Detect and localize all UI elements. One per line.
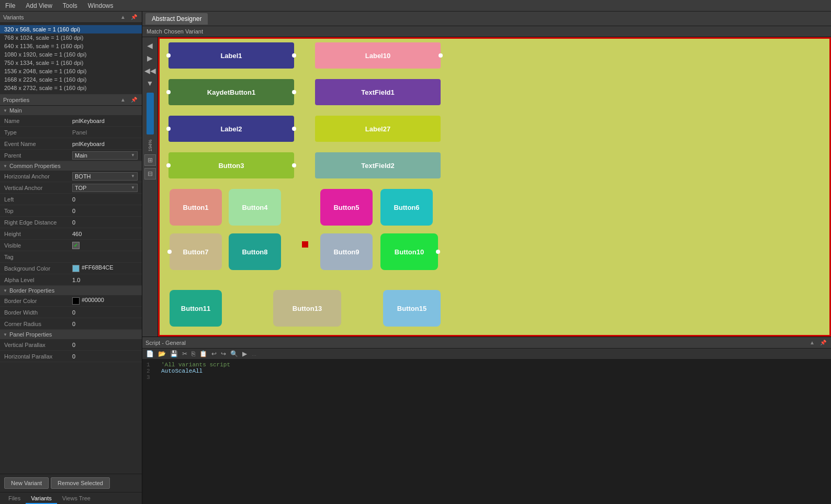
- canvas-element-textfield1[interactable]: TextField1: [315, 79, 441, 105]
- variant-item-4[interactable]: 750 x 1334, scale = 1 (160 dpi): [0, 59, 142, 67]
- prop-value[interactable]: ✓: [72, 242, 138, 249]
- abstract-designer-tab[interactable]: Abstract Designer: [145, 13, 208, 25]
- canvas-element-label10[interactable]: Label10: [315, 42, 441, 69]
- script-undo-btn[interactable]: ↩: [210, 350, 218, 358]
- prop-value[interactable]: #000000: [72, 297, 138, 304]
- script-copy-btn[interactable]: ⎘: [190, 350, 197, 358]
- variants-collapse-btn[interactable]: ▲: [119, 14, 127, 20]
- properties-pin-btn[interactable]: 📌: [129, 96, 139, 103]
- tab-views-tree[interactable]: Views Tree: [57, 494, 96, 504]
- canvas-element-button5[interactable]: Button5: [320, 189, 373, 226]
- prop-label: Event Name: [4, 141, 72, 147]
- variant-item-6[interactable]: 1668 x 2224, scale = 1 (160 dpi): [0, 75, 142, 84]
- script-run-btn[interactable]: ▶: [241, 350, 249, 358]
- canvas-element-button6[interactable]: Button6: [380, 189, 433, 226]
- prop-section-panel-properties[interactable]: ▼ Panel Properties: [0, 330, 142, 339]
- match-variant-label: Match Chosen Variant: [147, 28, 203, 35]
- prop-value[interactable]: TOP▼: [72, 184, 138, 192]
- variant-item-1[interactable]: 768 x 1024, scale = 1 (160 dpi): [0, 33, 142, 42]
- prop-section-main[interactable]: ▼ Main: [0, 106, 142, 115]
- canvas-element-button1[interactable]: Button1: [170, 189, 222, 226]
- canvas-element-textfield2[interactable]: TextField2: [315, 152, 441, 178]
- canvas-element-button4[interactable]: Button4: [229, 189, 281, 226]
- script-line: 1'All variants script: [147, 362, 827, 368]
- variants-header-controls: ▲ 📌: [119, 14, 139, 20]
- zoom-percent-label: 194%: [148, 138, 153, 153]
- variant-item-7[interactable]: 2048 x 2732, scale = 1 (160 dpi): [0, 84, 142, 92]
- zoom-slider[interactable]: [147, 93, 154, 135]
- canvas-element-label27[interactable]: Label27: [315, 116, 441, 142]
- tab-files[interactable]: Files: [3, 494, 26, 504]
- prop-value[interactable]: #FF68B4CE: [72, 264, 138, 272]
- canvas-element-button11[interactable]: Button11: [170, 290, 222, 327]
- prop-row-background-color: Background Color#FF68B4CE: [0, 263, 142, 274]
- zoom-download-btn[interactable]: ⊟: [144, 168, 156, 180]
- canvas-element-button7[interactable]: Button7: [170, 233, 222, 270]
- script-redo-btn[interactable]: ↪: [219, 350, 228, 358]
- zoom-nav-double-left[interactable]: ◀◀: [143, 65, 157, 76]
- prop-value: 460: [72, 231, 138, 237]
- canvas-element-label1[interactable]: Label1: [169, 42, 294, 69]
- script-pin-btn[interactable]: 📌: [818, 339, 828, 346]
- menu-add-view[interactable]: Add View: [24, 2, 54, 9]
- canvas-element-label: Button10: [395, 248, 424, 256]
- canvas-element-button3[interactable]: Button3: [169, 152, 294, 178]
- tab-variants[interactable]: Variants: [26, 494, 57, 504]
- prop-section-common-properties[interactable]: ▼ Common Properties: [0, 161, 142, 171]
- canvas-element-label: Button3: [218, 162, 244, 170]
- canvas-element-button13[interactable]: Button13: [273, 290, 341, 327]
- canvas-element-label: TextField2: [361, 162, 394, 170]
- menu-tools[interactable]: Tools: [61, 2, 80, 9]
- prop-row-name: NamepnlKeyboard: [0, 115, 142, 127]
- menu-file[interactable]: File: [3, 2, 17, 9]
- canvas[interactable]: Label1Label10KaydetButton1TextField1Labe…: [158, 37, 831, 337]
- canvas-element-button16[interactable]: Button16: [383, 335, 441, 337]
- canvas-element-button9[interactable]: Button9: [320, 233, 373, 270]
- variant-item-0[interactable]: 320 x 568, scale = 1 (160 dpi): [0, 25, 142, 33]
- script-new-btn[interactable]: 📄: [144, 350, 155, 358]
- zoom-sidebar: ◀ ▶ ◀◀ ▼ 194% ⊞ ⊟: [142, 37, 158, 337]
- variant-item-2[interactable]: 640 x 1136, scale = 1 (160 dpi): [0, 42, 142, 50]
- prop-value[interactable]: BOTH▼: [72, 172, 138, 181]
- script-cut-btn[interactable]: ✂: [181, 350, 189, 358]
- properties-collapse-btn[interactable]: ▲: [119, 96, 127, 103]
- prop-label: Alpha Level: [4, 277, 72, 283]
- new-variant-button[interactable]: New Variant: [4, 477, 49, 489]
- script-paste-btn[interactable]: 📋: [198, 350, 209, 358]
- canvas-element-button8[interactable]: Button8: [229, 233, 281, 270]
- prop-label: Background Color: [4, 265, 72, 272]
- script-collapse-btn[interactable]: ▲: [808, 339, 816, 346]
- variants-list: 320 x 568, scale = 1 (160 dpi)768 x 1024…: [0, 23, 142, 94]
- canvas-element-label2[interactable]: Label2: [169, 116, 294, 142]
- prop-row-vertical-parallax: Vertical Parallax0: [0, 339, 142, 351]
- variants-pin-btn[interactable]: 📌: [129, 14, 139, 20]
- script-editor[interactable]: 1'All variants script2AutoScaleAll3: [142, 360, 831, 504]
- prop-value: 0: [72, 196, 138, 203]
- canvas-element-button14[interactable]: Button14: [273, 335, 341, 337]
- script-open-btn[interactable]: 📂: [156, 350, 167, 358]
- zoom-nav-right[interactable]: ▶: [146, 53, 154, 63]
- prop-value[interactable]: Main▼: [72, 151, 138, 160]
- tabs-row: Files Variants Views Tree: [0, 492, 142, 504]
- script-save-btn[interactable]: 💾: [169, 350, 179, 358]
- canvas-element-label: Label2: [220, 125, 242, 133]
- canvas-element-kaydetbutton1[interactable]: KaydetButton1: [169, 79, 294, 105]
- menu-windows[interactable]: Windows: [86, 2, 116, 9]
- canvas-element-button12[interactable]: Button12: [170, 335, 222, 337]
- remove-selected-button[interactable]: Remove Selected: [51, 477, 110, 489]
- line-number: 2: [147, 368, 157, 374]
- variant-item-3[interactable]: 1080 x 1920, scale = 1 (160 dpi): [0, 50, 142, 59]
- prop-label: Corner Radius: [4, 321, 72, 327]
- zoom-nav-left[interactable]: ◀: [146, 40, 154, 51]
- canvas-element-button10[interactable]: Button10: [380, 233, 438, 270]
- prop-value: 0: [72, 219, 138, 226]
- zoom-nav-down[interactable]: ▼: [145, 78, 155, 88]
- script-find-btn[interactable]: 🔍: [229, 350, 240, 358]
- zoom-grid-btn[interactable]: ⊞: [144, 154, 156, 166]
- anchor-dot-left: [166, 53, 171, 58]
- anchor-dot-left: [166, 90, 171, 94]
- variant-item-5[interactable]: 1536 x 2048, scale = 1 (160 dpi): [0, 67, 142, 75]
- canvas-element-button15[interactable]: Button15: [383, 290, 441, 327]
- prop-section-border-properties[interactable]: ▼ Border Properties: [0, 286, 142, 295]
- canvas-element-label: Button1: [183, 204, 208, 211]
